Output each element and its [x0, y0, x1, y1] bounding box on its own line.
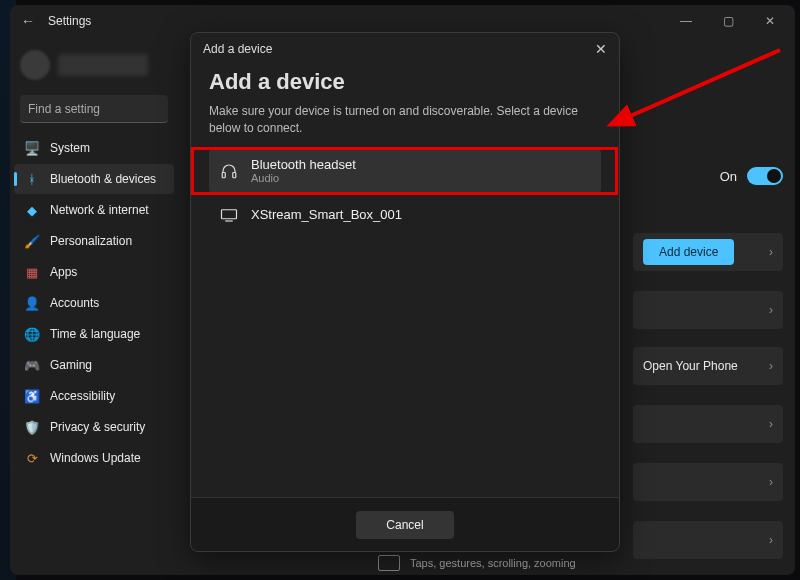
dialog-subtitle: Make sure your device is turned on and d…: [209, 103, 601, 137]
sidebar-item-network[interactable]: ◆Network & internet: [14, 195, 174, 225]
generic-row-1[interactable]: ›: [633, 291, 783, 329]
privacy-icon: 🛡️: [24, 419, 40, 435]
svg-rect-2: [222, 209, 237, 218]
sidebar-item-personalization[interactable]: 🖌️Personalization: [14, 226, 174, 256]
touchpad-row[interactable]: Taps, gestures, scrolling, zooming: [378, 555, 576, 571]
sidebar-item-label: Privacy & security: [50, 420, 145, 434]
sidebar-item-label: Bluetooth & devices: [50, 172, 156, 186]
update-icon: ⟳: [24, 450, 40, 466]
gaming-icon: 🎮: [24, 357, 40, 373]
touchpad-icon: [378, 555, 400, 571]
close-button[interactable]: ✕: [749, 7, 791, 35]
add-device-dialog: Add a device ✕ Add a device Make sure yo…: [190, 32, 620, 552]
add-device-row[interactable]: Add device ›: [633, 233, 783, 271]
device-name: Bluetooth headset: [251, 157, 356, 172]
time-icon: 🌐: [24, 326, 40, 342]
sidebar-item-label: Network & internet: [50, 203, 149, 217]
bluetooth-icon: ᚼ: [24, 171, 40, 187]
chevron-right-icon: ›: [769, 303, 773, 317]
sidebar-item-label: Time & language: [50, 327, 140, 341]
back-button[interactable]: ←: [14, 13, 42, 29]
sidebar-item-label: Apps: [50, 265, 77, 279]
device-name: XStream_Smart_Box_001: [251, 207, 402, 222]
sidebar-item-accessibility[interactable]: ♿Accessibility: [14, 381, 174, 411]
bluetooth-toggle-row: On: [720, 167, 783, 185]
chevron-right-icon: ›: [769, 417, 773, 431]
dialog-footer: Cancel: [191, 497, 619, 551]
user-label: [58, 54, 148, 76]
personalization-icon: 🖌️: [24, 233, 40, 249]
dialog-close-button[interactable]: ✕: [595, 41, 607, 57]
accessibility-icon: ♿: [24, 388, 40, 404]
sidebar-item-label: Windows Update: [50, 451, 141, 465]
generic-row-2[interactable]: ›: [633, 405, 783, 443]
chevron-right-icon: ›: [769, 245, 773, 259]
nav-list: 🖥️System ᚼBluetooth & devices ◆Network &…: [14, 133, 174, 473]
sidebar-item-label: System: [50, 141, 90, 155]
network-icon: ◆: [24, 202, 40, 218]
touchpad-sub: Taps, gestures, scrolling, zooming: [410, 557, 576, 569]
open-phone-label: Open Your Phone: [643, 359, 738, 373]
bluetooth-on-label: On: [720, 169, 737, 184]
device-xstream[interactable]: XStream_Smart_Box_001: [209, 193, 601, 237]
apps-icon: ▦: [24, 264, 40, 280]
svg-rect-0: [222, 172, 225, 177]
device-bluetooth-headset[interactable]: Bluetooth headset Audio: [209, 149, 601, 193]
dialog-header-title: Add a device: [203, 42, 272, 56]
sidebar-item-label: Personalization: [50, 234, 132, 248]
svg-rect-1: [233, 172, 236, 177]
bluetooth-toggle[interactable]: [747, 167, 783, 185]
sidebar-item-apps[interactable]: ▦Apps: [14, 257, 174, 287]
sidebar-item-update[interactable]: ⟳Windows Update: [14, 443, 174, 473]
dialog-title: Add a device: [209, 69, 601, 95]
display-icon: [219, 205, 239, 225]
sidebar-item-label: Accounts: [50, 296, 99, 310]
sidebar-item-system[interactable]: 🖥️System: [14, 133, 174, 163]
headset-icon: [219, 161, 239, 181]
user-area[interactable]: [20, 45, 168, 85]
dialog-body: Add a device Make sure your device is tu…: [191, 65, 619, 497]
sidebar: Find a setting 🖥️System ᚼBluetooth & dev…: [10, 37, 178, 575]
search-input[interactable]: Find a setting: [20, 95, 168, 123]
minimize-button[interactable]: —: [665, 7, 707, 35]
window-title: Settings: [48, 14, 91, 28]
chevron-right-icon: ›: [769, 359, 773, 373]
maximize-button[interactable]: ▢: [707, 7, 749, 35]
sidebar-item-accounts[interactable]: 👤Accounts: [14, 288, 174, 318]
search-placeholder: Find a setting: [28, 102, 100, 116]
generic-row-4[interactable]: ›: [633, 521, 783, 559]
avatar: [20, 50, 50, 80]
sidebar-item-time-language[interactable]: 🌐Time & language: [14, 319, 174, 349]
sidebar-item-bluetooth[interactable]: ᚼBluetooth & devices: [14, 164, 174, 194]
cancel-button[interactable]: Cancel: [356, 511, 453, 539]
sidebar-item-label: Accessibility: [50, 389, 115, 403]
accounts-icon: 👤: [24, 295, 40, 311]
add-device-button[interactable]: Add device: [643, 239, 734, 265]
sidebar-item-gaming[interactable]: 🎮Gaming: [14, 350, 174, 380]
sidebar-item-label: Gaming: [50, 358, 92, 372]
system-icon: 🖥️: [24, 140, 40, 156]
sidebar-item-privacy[interactable]: 🛡️Privacy & security: [14, 412, 174, 442]
device-sub: Audio: [251, 172, 356, 184]
chevron-right-icon: ›: [769, 475, 773, 489]
open-phone-row[interactable]: Open Your Phone ›: [633, 347, 783, 385]
generic-row-3[interactable]: ›: [633, 463, 783, 501]
chevron-right-icon: ›: [769, 533, 773, 547]
dialog-header: Add a device ✕: [191, 33, 619, 65]
